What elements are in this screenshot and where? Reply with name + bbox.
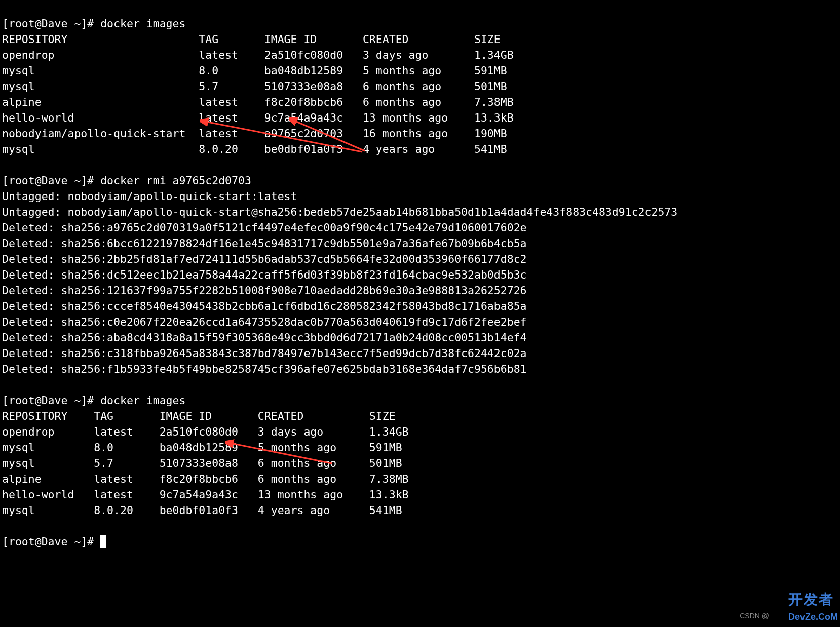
prompt-line-4: [root@Dave ~]# (2, 535, 100, 548)
prompt-line-2: [root@Dave ~]# docker rmi a9765c2d0703 (2, 174, 251, 187)
docker-images-table-1: REPOSITORY TAG IMAGE ID CREATED SIZE ope… (2, 31, 838, 157)
prompt-line-1: [root@Dave ~]# docker images (2, 17, 185, 30)
terminal[interactable]: [root@Dave ~]# docker images REPOSITORY … (0, 0, 840, 550)
docker-images-table-2: REPOSITORY TAG IMAGE ID CREATED SIZE ope… (2, 408, 838, 518)
csdn-watermark: CSDN @ (740, 608, 769, 624)
devze-watermark: 开发者 DevZe.CoM (788, 592, 838, 625)
cursor (100, 535, 106, 548)
docker-rmi-output: Untagged: nobodyiam/apollo-quick-start:l… (2, 188, 838, 377)
prompt-line-3: [root@Dave ~]# docker images (2, 394, 185, 407)
